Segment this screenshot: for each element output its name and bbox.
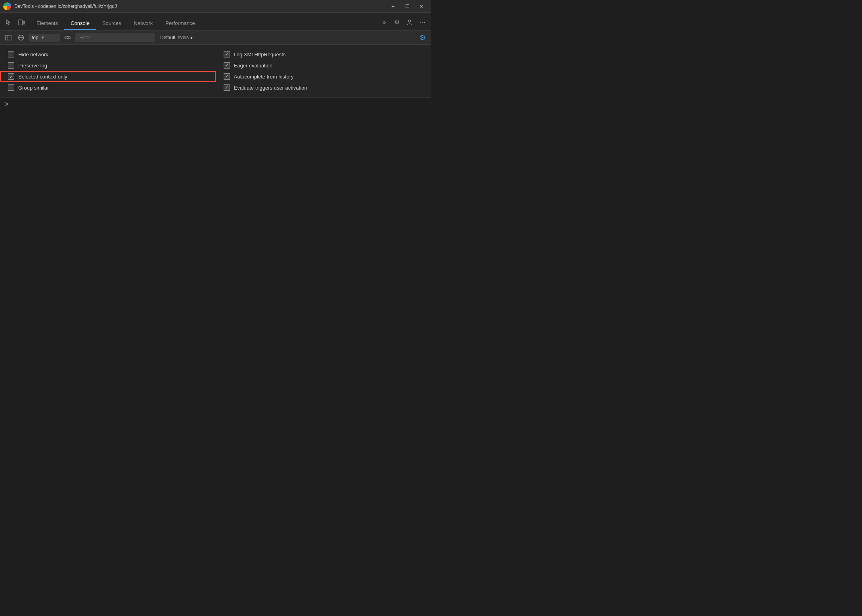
options-row: Hide network Preserve log Selected conte… (0, 48, 431, 94)
tab-sources[interactable]: Sources (96, 17, 128, 30)
window-controls: – ☐ ✕ (387, 2, 428, 10)
svg-rect-0 (19, 20, 23, 25)
options-panel: Hide network Preserve log Selected conte… (0, 45, 431, 98)
hide-network-label: Hide network (18, 52, 48, 57)
svg-point-2 (408, 20, 411, 22)
option-selected-context-only[interactable]: Selected context only (0, 71, 216, 82)
option-group-similar[interactable]: Group similar (0, 82, 216, 93)
more-options-icon[interactable]: ⋯ (417, 17, 428, 28)
device-icon[interactable] (16, 17, 27, 28)
group-similar-checkbox[interactable] (8, 84, 14, 91)
console-toolbar: top ▼ Default levels ▾ ⚙ (0, 31, 431, 45)
filter-input[interactable] (75, 33, 155, 42)
option-autocomplete-history[interactable]: Autocomplete from history (216, 71, 431, 82)
app-icon (3, 2, 11, 10)
autocomplete-history-label: Autocomplete from history (234, 74, 294, 80)
tabbar-left-icons (3, 17, 27, 30)
options-left-col: Hide network Preserve log Selected conte… (0, 48, 216, 94)
live-expressions-button[interactable] (63, 33, 73, 43)
tab-network[interactable]: Network (128, 17, 159, 30)
console-area: > (0, 98, 431, 111)
option-hide-network[interactable]: Hide network (0, 49, 216, 60)
svg-rect-1 (23, 21, 25, 24)
minimize-button[interactable]: – (387, 2, 399, 10)
option-eager-eval[interactable]: Eager evaluation (216, 60, 431, 71)
default-levels-arrow: ▾ (190, 35, 193, 40)
inspect-icon[interactable] (3, 17, 14, 28)
context-value: top (32, 35, 38, 40)
console-settings-button[interactable]: ⚙ (418, 33, 428, 43)
eager-eval-label: Eager evaluation (234, 63, 273, 69)
tabbar-right: » ⚙ ⋯ (379, 17, 428, 30)
selected-context-only-label: Selected context only (18, 74, 67, 80)
clear-console-button[interactable] (16, 33, 26, 43)
restore-button[interactable]: ☐ (401, 2, 414, 10)
evaluate-triggers-checkbox[interactable] (224, 84, 230, 91)
context-dropdown-arrow: ▼ (41, 35, 45, 40)
close-button[interactable]: ✕ (415, 2, 428, 10)
evaluate-triggers-label: Evaluate triggers user activation (234, 85, 307, 91)
more-tabs-button[interactable]: » (379, 17, 390, 28)
option-evaluate-triggers[interactable]: Evaluate triggers user activation (216, 82, 431, 93)
sidebar-toggle-button[interactable] (3, 33, 13, 43)
autocomplete-history-checkbox[interactable] (224, 73, 230, 80)
options-right-col: Log XMLHttpRequests Eager evaluation Aut… (216, 48, 431, 94)
log-xmlhttp-label: Log XMLHttpRequests (234, 52, 286, 57)
tab-elements[interactable]: Elements (30, 17, 64, 30)
group-similar-label: Group similar (18, 85, 49, 91)
default-levels-label: Default levels (160, 35, 189, 40)
svg-point-7 (67, 36, 69, 38)
user-icon[interactable] (404, 17, 415, 28)
default-levels-button[interactable]: Default levels ▾ (157, 33, 196, 42)
preserve-log-checkbox[interactable] (8, 62, 14, 69)
svg-rect-3 (6, 35, 11, 40)
hide-network-checkbox[interactable] (8, 51, 14, 57)
context-selector[interactable]: top ▼ (29, 34, 60, 42)
preserve-log-label: Preserve log (18, 63, 47, 69)
tab-console[interactable]: Console (64, 17, 96, 30)
gear-icon: ⚙ (420, 33, 426, 42)
titlebar: DevTools - codepen.io/zoherghadyali/full… (0, 0, 431, 13)
selected-context-only-checkbox[interactable] (8, 73, 14, 80)
console-prompt: > (5, 101, 8, 108)
log-xmlhttp-checkbox[interactable] (224, 51, 230, 57)
eager-eval-checkbox[interactable] (224, 62, 230, 69)
tab-performance[interactable]: Performance (159, 17, 201, 30)
settings-icon[interactable]: ⚙ (391, 17, 402, 28)
option-preserve-log[interactable]: Preserve log (0, 60, 216, 71)
option-log-xmlhttp[interactable]: Log XMLHttpRequests (216, 49, 431, 60)
tabbar: Elements Console Sources Network Perform… (0, 13, 431, 31)
titlebar-title: DevTools - codepen.io/zoherghadyali/full… (14, 4, 383, 9)
